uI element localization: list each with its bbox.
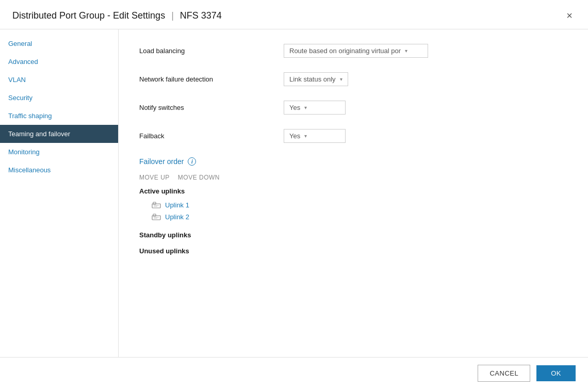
failback-row: Failback Yes ▾ [139,129,567,143]
move-down-button[interactable]: MOVE DOWN [178,174,220,181]
failback-chevron-icon: ▾ [304,133,307,139]
active-uplinks-label: Active uplinks [139,187,567,195]
notify-switches-chevron-icon: ▾ [304,105,307,110]
network-failure-detection-chevron-icon: ▾ [340,76,342,82]
sidebar: General Advanced VLAN Security Traffic s… [0,29,119,357]
sidebar-item-monitoring[interactable]: Monitoring [0,143,118,161]
notify-switches-row: Notify switches Yes ▾ [139,101,567,115]
notify-switches-select[interactable]: Yes ▾ [284,101,346,115]
load-balancing-value: Route based on originating virtual por [289,47,401,55]
failback-value: Yes [289,132,300,140]
notify-switches-value: Yes [289,104,300,111]
dialog-header: Distributed Port Group - Edit Settings |… [0,0,588,29]
sidebar-item-security[interactable]: Security [0,89,118,107]
network-failure-detection-value: Link status only [289,75,336,83]
dialog-footer: CANCEL OK [0,357,588,389]
uplink-1-label: Uplink 1 [165,201,189,209]
notify-switches-control: Yes ▾ [284,101,346,115]
sidebar-item-teaming-failover[interactable]: Teaming and failover [0,125,118,143]
dialog-subtitle: NFS 3374 [180,10,222,21]
close-button[interactable]: × [563,9,576,22]
failover-order-title: Failover order [139,157,184,166]
load-balancing-select[interactable]: Route based on originating virtual por ▾ [284,44,428,58]
failover-order-section: Failover order i [139,157,567,166]
unused-uplinks-label: Unused uplinks [139,247,567,255]
title-separator: | [171,10,174,21]
dialog-body: General Advanced VLAN Security Traffic s… [0,29,588,357]
load-balancing-label: Load balancing [139,47,284,55]
main-content: Load balancing Route based on originatin… [119,29,588,357]
network-failure-detection-control: Link status only ▾ [284,72,348,86]
dialog-title: Distributed Port Group - Edit Settings |… [12,10,222,21]
failback-label: Failback [139,132,284,140]
sidebar-item-general[interactable]: General [0,35,118,53]
load-balancing-row: Load balancing Route based on originatin… [139,44,567,58]
move-up-button[interactable]: MOVE UP [139,174,170,181]
failback-control: Yes ▾ [284,129,346,143]
load-balancing-control: Route based on originating virtual por ▾ [284,44,428,58]
failback-select[interactable]: Yes ▾ [284,129,346,143]
uplink-1-item[interactable]: Uplink 1 [139,199,567,211]
network-failure-detection-label: Network failure detection [139,75,284,83]
sidebar-item-advanced[interactable]: Advanced [0,53,118,71]
load-balancing-chevron-icon: ▾ [405,48,407,54]
notify-switches-label: Notify switches [139,104,284,111]
failover-order-info-icon[interactable]: i [188,157,196,166]
uplink-2-label: Uplink 2 [165,213,189,221]
uplink-2-item[interactable]: Uplink 2 [139,211,567,223]
network-failure-detection-select[interactable]: Link status only ▾ [284,72,348,86]
standby-uplinks-label: Standby uplinks [139,231,567,239]
cancel-button[interactable]: CANCEL [478,365,530,382]
sidebar-item-vlan[interactable]: VLAN [0,71,118,89]
sidebar-item-miscellaneous[interactable]: Miscellaneous [0,161,118,179]
ok-button[interactable]: OK [536,365,576,381]
dialog-main-title: Distributed Port Group - Edit Settings [12,10,165,21]
uplink-icon [152,214,161,221]
network-failure-detection-row: Network failure detection Link status on… [139,72,567,86]
dialog: Distributed Port Group - Edit Settings |… [0,0,588,389]
failover-actions-row: MOVE UP MOVE DOWN [139,174,567,181]
sidebar-item-traffic-shaping[interactable]: Traffic shaping [0,107,118,125]
uplink-icon [152,202,161,209]
